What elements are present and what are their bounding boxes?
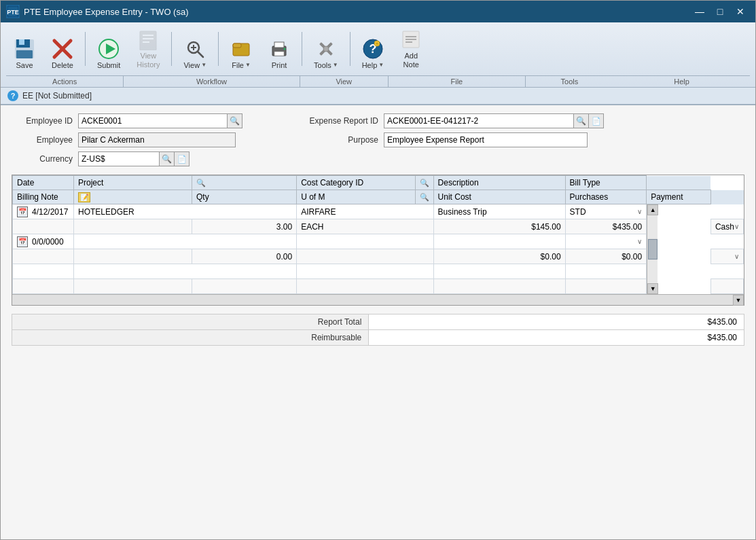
print-icon (268, 38, 290, 60)
cell-uom-1: EACH (297, 219, 433, 234)
col-cost-category: Cost Category ID (297, 176, 415, 190)
form-right-column: Expense Report ID 🔍 📄 Purpose (297, 113, 604, 166)
cell-note-spacer-2 (73, 249, 192, 264)
save-button[interactable]: Save (6, 35, 43, 73)
employee-id-input-group: 🔍 (78, 113, 242, 128)
calendar-icon-2[interactable]: 📅 (17, 236, 28, 247)
purpose-label: Purpose (297, 135, 378, 145)
cell-date-1: 📅 4/12/2017 (13, 204, 74, 219)
cell-unit-cost-empty (433, 279, 565, 294)
view-history-label: ViewHistory (137, 52, 160, 69)
grid-header-row1: Date Project 🔍 Cost Category ID (13, 176, 744, 190)
tools-button[interactable]: Tools ▼ (306, 35, 346, 73)
date-value-1: 4/12/2017 (32, 207, 68, 217)
col-unit-cost: Unit Cost (433, 190, 565, 204)
col-project: Project (73, 176, 192, 190)
submit-button[interactable]: Submit (90, 35, 128, 73)
cell-bill-type-1: STD ∨ (565, 204, 647, 219)
cell-purchases-empty (565, 279, 647, 294)
file-label: File (232, 61, 244, 69)
title-bar-left: PTE PTE Employee Expense Entry - TWO (sa… (6, 5, 189, 18)
cell-qty-empty (192, 279, 297, 294)
payment-value-1: Cash (715, 222, 734, 232)
table-row: 📅 4/12/2017 HOTELEDGER AIRFARE Business … (13, 204, 744, 219)
cell-payment-empty (710, 279, 743, 294)
scroll-track-bottom (647, 260, 658, 283)
scrollbar-area: ▲ ▼ (647, 204, 711, 294)
group-actions: Actions (6, 76, 124, 87)
currency-lookup-btn[interactable]: 🔍 (160, 151, 175, 166)
vertical-scrollbar[interactable]: ▲ ▼ (647, 204, 658, 294)
expense-report-id-lookup-btn[interactable]: 🔍 (574, 113, 589, 128)
reimbursable-row: Reimbursable $435.00 (12, 330, 744, 346)
expense-report-id-note-btn[interactable]: 📄 (589, 113, 604, 128)
project-search-icon: 🔍 (196, 179, 206, 187)
col-purchases: Purchases (565, 190, 647, 204)
group-tools: Tools (526, 76, 613, 87)
table-row: 3.00 EACH $145.00 $435.00 Cash ∨ (13, 219, 744, 234)
currency-input[interactable] (78, 151, 160, 166)
app-icon: PTE (6, 5, 20, 18)
scroll-up-btn[interactable]: ▲ (647, 204, 658, 215)
title-bar: PTE PTE Employee Expense Entry - TWO (sa… (1, 1, 755, 22)
purpose-input[interactable] (384, 132, 588, 147)
print-label: Print (272, 61, 287, 69)
sep-2 (171, 32, 172, 66)
scroll-thumb[interactable] (648, 239, 658, 259)
date-value-2: 0/0/0000 (32, 237, 64, 247)
col-project-label: Project (78, 178, 103, 187)
scroll-right-btn[interactable]: ▼ (733, 295, 744, 306)
cell-description-empty (433, 264, 565, 279)
group-file: File (389, 76, 526, 87)
cell-description-2 (433, 234, 565, 249)
cell-unit-cost-2: $0.00 (433, 249, 565, 264)
calendar-icon-1[interactable]: 📅 (17, 206, 28, 217)
col-scrollbar-spacer (647, 176, 711, 190)
svg-rect-5 (16, 50, 33, 58)
bill-type-arrow-1[interactable]: ∨ (637, 208, 642, 215)
expense-report-id-input[interactable] (384, 113, 574, 128)
add-note-icon (400, 29, 422, 50)
cell-project-1: HOTELEDGER (73, 204, 296, 219)
table-row (13, 279, 744, 294)
help-button[interactable]: ? ✦ Help ▼ (355, 35, 392, 73)
print-button[interactable]: Print (261, 35, 298, 73)
view-history-button[interactable]: ViewHistory (129, 25, 167, 73)
report-total-value: $435.00 (369, 314, 744, 330)
employee-id-lookup-btn[interactable]: 🔍 (228, 113, 242, 128)
svg-rect-10 (140, 31, 156, 50)
scroll-down-btn[interactable]: ▼ (647, 283, 658, 294)
expense-report-id-label: Expense Report ID (297, 116, 378, 126)
view-button[interactable]: View ▼ (176, 35, 214, 73)
help-arrow: ▼ (378, 62, 384, 68)
col-scrollbar-spacer2 (710, 190, 743, 204)
expense-grid: Date Project 🔍 Cost Category ID (12, 175, 744, 306)
employee-id-input[interactable] (78, 113, 228, 128)
file-icon (230, 38, 252, 60)
table-row: 📅 0/0/0000 ∨ (13, 234, 744, 249)
reimbursable-value: $435.00 (369, 330, 744, 346)
col-uom-lookup: 🔍 (415, 190, 433, 204)
window-title: PTE Employee Expense Entry - TWO (sa) (24, 7, 189, 17)
maximize-button[interactable]: □ (710, 4, 730, 19)
file-button[interactable]: File ▼ (223, 35, 259, 73)
svg-line-15 (198, 52, 203, 57)
payment-arrow-1[interactable]: ∨ (734, 223, 739, 230)
table-row: 0.00 $0.00 $0.00 ∨ (13, 249, 744, 264)
minimize-button[interactable]: — (690, 4, 709, 19)
expense-table: Date Project 🔍 Cost Category ID (12, 175, 744, 294)
currency-note-btn[interactable]: 📄 (175, 151, 190, 166)
bill-type-arrow-2[interactable]: ∨ (637, 238, 642, 245)
submit-label: Submit (97, 61, 120, 69)
delete-button[interactable]: Delete (44, 35, 81, 73)
view-arrow: ▼ (201, 62, 206, 68)
col-note-icon: 📝 (73, 190, 192, 204)
help-icon: ? ✦ (362, 38, 384, 60)
payment-arrow-2[interactable]: ∨ (734, 253, 739, 260)
cell-qty-1: 3.00 (192, 219, 297, 234)
close-button[interactable]: ✕ (731, 4, 750, 19)
cell-qty-2: 0.00 (192, 249, 297, 264)
add-note-button[interactable]: AddNote (393, 25, 429, 73)
cell-note-spacer-empty (73, 279, 192, 294)
cell-unit-cost-1: $145.00 (433, 219, 565, 234)
